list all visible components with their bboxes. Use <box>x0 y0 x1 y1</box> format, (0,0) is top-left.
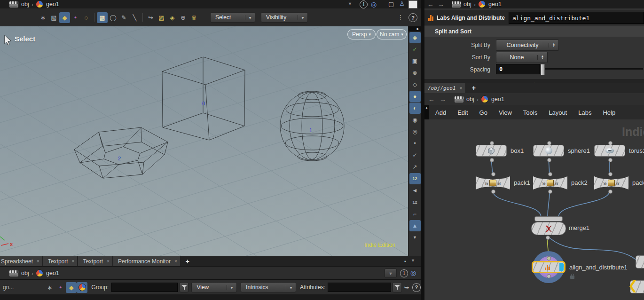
input-connector[interactable] <box>608 141 613 145</box>
node-name-field[interactable]: align_and_distribute1 <box>509 12 644 24</box>
lasso-pick-icon[interactable]: ◯ <box>108 12 118 23</box>
close-icon[interactable]: × <box>37 259 39 264</box>
select-area-icon[interactable]: ♛ <box>188 12 199 23</box>
node-merge1[interactable] <box>531 222 566 235</box>
menu-go[interactable]: Go <box>479 109 487 116</box>
group-filter-button[interactable] <box>180 282 188 292</box>
new-tab-button[interactable]: + <box>186 258 189 265</box>
pane-maximize-icon[interactable]: ▪ <box>404 259 406 264</box>
input-connector[interactable] <box>490 141 494 145</box>
labs-align-distribute-icon[interactable] <box>428 15 433 21</box>
view-cube-icon[interactable]: ▢ <box>388 0 394 8</box>
node-pack1[interactable]: » « <box>476 176 510 189</box>
laser-pick-icon[interactable]: ╲ <box>129 12 140 23</box>
new-tab-button[interactable]: + <box>472 84 476 92</box>
group-geometry-icon[interactable]: ∗ <box>44 282 55 293</box>
tab-textport-2[interactable]: Textport × <box>78 256 113 266</box>
node-sphere1[interactable] <box>533 145 564 157</box>
wireframe-torus[interactable] <box>74 127 168 178</box>
spacing-slider-track[interactable] <box>545 68 643 70</box>
point-marker-icon[interactable]: • <box>409 138 421 149</box>
point-normal-icon[interactable]: ✓ <box>409 150 421 161</box>
snapshot-icon[interactable]: ◎ <box>371 0 377 8</box>
wireframe-box[interactable] <box>162 57 245 140</box>
tab-performance-monitor[interactable]: Performance Monitor × <box>113 256 181 266</box>
sort-by-menu[interactable]: None ▲▼ <box>496 52 548 63</box>
network-editor[interactable]: Indie box1 <box>424 119 644 300</box>
group-points-icon[interactable]: ● <box>55 282 66 293</box>
prim-numbers-icon[interactable]: 12 <box>409 197 421 208</box>
output-connector[interactable] <box>546 236 550 240</box>
pane-menu-arrow[interactable]: ▾ <box>412 258 414 263</box>
input-connector[interactable] <box>548 172 552 176</box>
breadcrumb-node[interactable]: geo1 <box>488 1 502 8</box>
select-points-icon[interactable]: ● <box>70 12 81 23</box>
hull-icon[interactable]: ⌐ <box>409 208 421 220</box>
select-pattern-icon[interactable]: ⊕ <box>178 12 188 23</box>
snapshot-count-badge[interactable]: 1 <box>400 269 408 277</box>
lock-icon[interactable]: ▣ <box>409 55 421 67</box>
select-contained-icon[interactable]: ◈ <box>167 12 178 23</box>
box-pick-icon[interactable]: ▩ <box>97 12 108 23</box>
help-icon[interactable]: ? <box>408 13 417 22</box>
snapshot-count-badge[interactable]: 1 <box>360 0 368 8</box>
menu-add[interactable]: Add <box>435 109 446 116</box>
menu-view[interactable]: View <box>499 109 512 116</box>
section-split-and-sort[interactable]: Split and Sort <box>424 26 644 37</box>
breadcrumb-root[interactable]: obj <box>466 96 474 103</box>
visibility-dropdown[interactable]: Visibility ▾ <box>261 12 308 23</box>
lights-icon[interactable]: ● <box>409 91 421 102</box>
node-partial-right[interactable] <box>636 255 644 268</box>
scene-viewport[interactable]: Select Persp ▾ No cam ▾ 0 1 2 Indie Edit… <box>0 26 408 256</box>
attributes-filter-button[interactable] <box>393 282 401 292</box>
ghost-objects-icon[interactable]: ◉ <box>409 114 421 126</box>
scroll-down-icon[interactable]: ▼ <box>409 232 421 243</box>
node-partial-output[interactable] <box>630 280 644 293</box>
node-torus1[interactable] <box>594 145 625 157</box>
prim-marker-icon[interactable]: ◄ <box>409 185 421 196</box>
menu-edit[interactable]: Edit <box>457 109 468 116</box>
close-icon[interactable]: × <box>107 259 110 264</box>
group-scope-icon[interactable] <box>77 282 87 293</box>
group-prims-icon[interactable]: ◆ <box>66 282 77 293</box>
point-numbers-icon[interactable]: 12 <box>409 173 421 184</box>
intrinsics-dropdown[interactable]: Intrinsics ▾ <box>241 282 296 292</box>
select-geometry-icon[interactable]: ∗ <box>38 12 48 23</box>
tab-textport-1[interactable]: Textport × <box>43 256 79 266</box>
spacing-slider-handle[interactable] <box>541 64 545 75</box>
select-components-icon[interactable]: ◆ <box>59 12 70 23</box>
breadcrumb-root[interactable]: obj <box>21 1 29 8</box>
brush-pick-icon[interactable]: ✎ <box>118 12 129 23</box>
tab-spreadsheet[interactable]: Spreadsheet × <box>0 256 43 266</box>
breadcrumb-node[interactable]: geo1 <box>491 96 504 103</box>
snap-icon[interactable]: ✓ <box>409 44 421 55</box>
headlight-icon[interactable]: ◇ <box>409 79 421 90</box>
help-icon[interactable]: ? <box>412 283 421 292</box>
output-connector[interactable] <box>548 189 552 194</box>
breadcrumb-root[interactable]: obj <box>21 270 29 276</box>
hide-objects-icon[interactable]: ◎ <box>409 126 421 137</box>
input-connector[interactable] <box>608 172 613 176</box>
menu-tools[interactable]: Tools <box>523 109 537 116</box>
output-connector[interactable] <box>491 189 495 194</box>
no-lights-icon[interactable]: ⊗ <box>409 67 421 79</box>
forward-arrow-icon[interactable]: → <box>438 0 444 8</box>
output-connector[interactable] <box>547 274 551 278</box>
view-adjust-icon[interactable]: ◈ <box>409 32 421 43</box>
forward-arrow-icon[interactable]: → <box>440 95 446 103</box>
split-by-menu[interactable]: Connectivity ▲▼ <box>496 39 559 51</box>
scroll-nub-icon[interactable]: ▲ <box>424 105 429 119</box>
back-arrow-icon[interactable]: ← <box>428 95 435 103</box>
select-frontface-icon[interactable]: ▨ <box>156 12 167 23</box>
breadcrumb-root[interactable]: obj <box>463 1 471 8</box>
menu-layout[interactable]: Layout <box>549 109 567 116</box>
shaded-cone-icon[interactable]: ▲ <box>409 220 421 231</box>
pane-link-icon[interactable]: ➥ <box>404 284 409 291</box>
view-dropdown[interactable]: View ▾ <box>191 282 237 292</box>
output-connector[interactable] <box>547 158 551 162</box>
output-connector[interactable] <box>608 189 613 194</box>
panel-splitter[interactable]: ▲ <box>424 79 644 83</box>
display-flag[interactable] <box>559 263 564 271</box>
menu-help[interactable]: Help <box>603 109 615 116</box>
color-swatch[interactable] <box>408 0 417 8</box>
